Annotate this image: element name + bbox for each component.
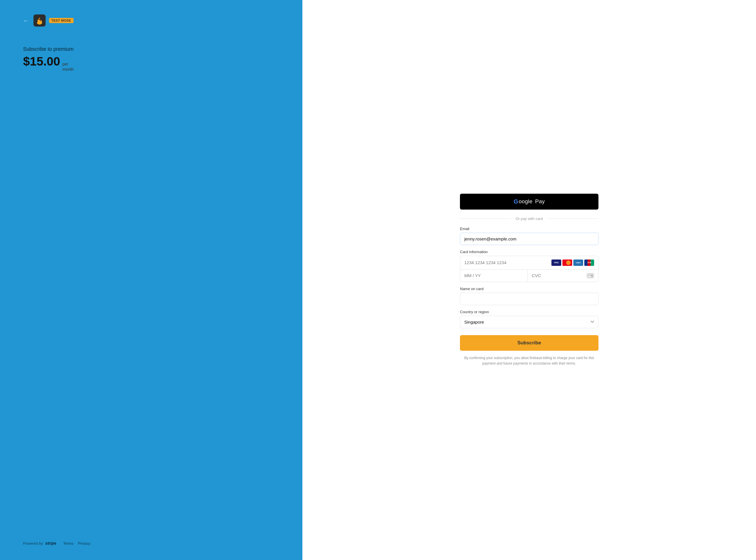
- name-label: Name on card: [460, 287, 598, 291]
- left-panel: ← TEST MODE Subscribe to premium $15.00 …: [0, 0, 302, 560]
- name-input[interactable]: [460, 293, 598, 305]
- card-info-label: Card information: [460, 250, 598, 254]
- subscribe-label: Subscribe to premium: [23, 46, 279, 52]
- test-mode-badge: TEST MODE: [49, 18, 74, 23]
- card-cvc-wrapper: [528, 269, 598, 282]
- back-arrow-icon: ←: [23, 17, 29, 24]
- google-pay-button[interactable]: G oogle Pay: [460, 194, 598, 209]
- country-label: Country or region: [460, 310, 598, 314]
- divider-text: Or pay with card: [516, 217, 543, 221]
- card-number-row: VISA AMEX JCB: [460, 256, 598, 269]
- name-field-group: Name on card: [460, 287, 598, 305]
- svg-point-5: [592, 276, 593, 277]
- card-info-container: VISA AMEX JCB: [460, 256, 598, 282]
- card-expiry-cvc-row: [460, 269, 598, 282]
- subscribe-button[interactable]: Subscribe: [460, 335, 598, 351]
- consent-text: By confirming your subscription, you all…: [460, 355, 598, 366]
- card-expiry-input[interactable]: [460, 269, 528, 282]
- app-logo: [34, 15, 46, 26]
- email-input[interactable]: [460, 233, 598, 245]
- email-field-group: Email: [460, 226, 598, 245]
- email-label: Email: [460, 226, 598, 231]
- price-amount: $15.00: [23, 55, 60, 68]
- jcb-icon: JCB: [584, 260, 594, 266]
- privacy-link[interactable]: Privacy: [78, 541, 90, 545]
- right-panel: G oogle Pay Or pay with card Email Card …: [302, 0, 756, 560]
- cvc-card-icon: [587, 273, 594, 278]
- price-period: per month: [62, 61, 74, 72]
- svg-rect-4: [588, 276, 590, 277]
- svg-point-1: [566, 260, 571, 265]
- svg-rect-3: [588, 275, 593, 276]
- country-select[interactable]: Singapore United States United Kingdom A…: [460, 316, 598, 328]
- gpay-text: oogle: [518, 198, 532, 205]
- card-number-input[interactable]: [464, 260, 551, 265]
- back-button[interactable]: ←: [23, 17, 29, 24]
- country-field-group: Country or region Singapore United State…: [460, 310, 598, 328]
- amex-icon: AMEX: [573, 260, 583, 266]
- logo-area: ← TEST MODE: [23, 15, 74, 26]
- payment-form: G oogle Pay Or pay with card Email Card …: [460, 194, 598, 366]
- visa-icon: VISA: [551, 260, 561, 266]
- footer-links: Terms Privacy: [63, 541, 90, 545]
- mastercard-icon: [563, 260, 572, 266]
- left-footer: Powered by stripe Terms Privacy: [23, 541, 279, 545]
- subscription-info: Subscribe to premium $15.00 per month: [23, 46, 279, 72]
- card-icons: VISA AMEX JCB: [551, 260, 594, 266]
- stripe-logo: stripe: [45, 541, 56, 545]
- powered-by-text: Powered by: [23, 541, 43, 545]
- card-cvc-input[interactable]: [532, 273, 587, 278]
- card-info-field-group: Card information VISA A: [460, 250, 598, 282]
- card-divider: Or pay with card: [460, 217, 598, 221]
- terms-link[interactable]: Terms: [63, 541, 73, 545]
- price-row: $15.00 per month: [23, 55, 279, 72]
